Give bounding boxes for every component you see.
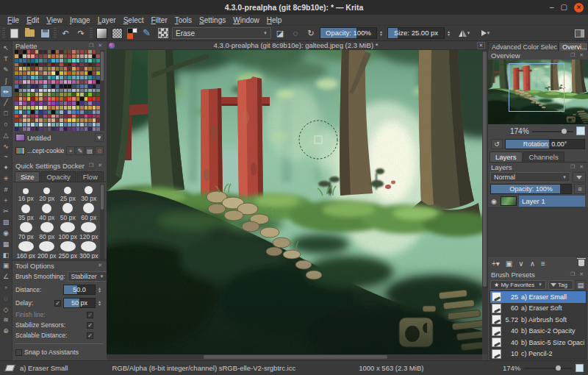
tool-polygon-select[interactable]: ◇ xyxy=(1,304,12,315)
palette-swatch[interactable] xyxy=(88,71,92,75)
palette-swatch[interactable] xyxy=(51,54,55,58)
palette-swatch[interactable] xyxy=(27,76,31,79)
palette-swatch[interactable] xyxy=(85,54,88,58)
palette-swatch[interactable] xyxy=(80,93,84,96)
palette-swatch[interactable] xyxy=(31,63,35,67)
palette-swatch[interactable] xyxy=(56,71,60,75)
menu-view[interactable]: View xyxy=(43,16,66,24)
tool-polyline[interactable]: ∿ xyxy=(1,140,12,151)
brush-size-option[interactable]: 16 px xyxy=(15,184,37,202)
palette-swatch[interactable] xyxy=(27,85,31,88)
tool-ellipse-select[interactable]: ◌ xyxy=(1,293,12,304)
palette-swatch[interactable] xyxy=(68,80,71,84)
statusbar-zoom-slider[interactable] xyxy=(524,365,572,372)
palette-swatch[interactable] xyxy=(31,80,35,84)
palette-swatch[interactable] xyxy=(27,67,31,71)
palette-swatch[interactable] xyxy=(88,106,92,110)
palette-swatch[interactable] xyxy=(31,71,35,75)
palette-swatch[interactable] xyxy=(60,118,63,122)
palette-swatch[interactable] xyxy=(23,101,26,105)
move-layer-up-button[interactable]: ∧ xyxy=(530,260,535,268)
tool-shape-select[interactable]: ↖ xyxy=(1,43,12,54)
palette-swatch[interactable] xyxy=(31,89,35,93)
palette-swatch[interactable] xyxy=(80,63,84,67)
palette-swatch[interactable] xyxy=(93,110,96,114)
palette-swatch[interactable] xyxy=(93,89,96,93)
palette-swatch[interactable] xyxy=(64,97,68,101)
palette-swatch[interactable] xyxy=(43,101,47,105)
palette-swatch[interactable] xyxy=(51,110,55,114)
tool-move[interactable]: + xyxy=(1,195,12,206)
palette-swatch[interactable] xyxy=(85,118,88,122)
palette-swatch[interactable] xyxy=(19,76,23,79)
palette-swatch[interactable] xyxy=(88,63,92,67)
brush-presets-header[interactable]: Brush Presets ❐ ✕ xyxy=(488,270,588,279)
palette-swatch[interactable] xyxy=(15,115,18,118)
palette-swatch[interactable] xyxy=(85,85,88,88)
palette-cookie-row[interactable]: ...cept-cookie + ✎ ▤ ⊘ xyxy=(12,144,107,157)
palette-swatch[interactable] xyxy=(43,85,47,88)
tab-layers[interactable]: Layers xyxy=(490,151,523,162)
palette-swatch[interactable] xyxy=(23,59,26,63)
pattern-chooser[interactable] xyxy=(110,27,123,40)
tool-polygon[interactable]: △ xyxy=(1,129,12,140)
palette-swatch[interactable] xyxy=(31,93,35,96)
palette-swatch[interactable] xyxy=(35,71,39,75)
palette-swatch[interactable] xyxy=(85,76,88,79)
palette-swatch[interactable] xyxy=(85,115,88,118)
canvas-horizontal-scrollbar[interactable] xyxy=(107,354,482,360)
palette-swatch[interactable] xyxy=(93,50,96,54)
palette-swatch[interactable] xyxy=(76,67,80,71)
size-slider[interactable]: Size: 25.00 px xyxy=(387,27,445,39)
palette-swatch[interactable] xyxy=(27,50,31,54)
layers-list-empty[interactable] xyxy=(488,207,588,256)
palette-swatch[interactable] xyxy=(88,93,92,96)
palette-swatch[interactable] xyxy=(76,118,80,122)
palette-swatch[interactable] xyxy=(48,59,51,63)
palette-swatch[interactable] xyxy=(23,76,26,79)
palette-swatch[interactable] xyxy=(56,115,60,118)
palette-swatch[interactable] xyxy=(64,93,68,96)
favorites-dropdown[interactable]: ★ My Favorites ▼ xyxy=(490,280,546,290)
palette-swatch[interactable] xyxy=(35,97,39,101)
palette-swatch[interactable] xyxy=(56,123,60,126)
palette-swatch[interactable] xyxy=(23,127,26,131)
brush-size-option[interactable]: 80 px xyxy=(37,222,58,240)
tool-fill[interactable]: ◧ xyxy=(1,249,12,260)
tool-bezier[interactable]: ~ xyxy=(1,151,12,162)
tool-enclose-fill[interactable]: ▣ xyxy=(1,260,12,271)
brush-preset-row[interactable]: 25a) Eraser Small xyxy=(490,291,586,303)
palette-swatch[interactable] xyxy=(80,101,84,105)
palette-swatch[interactable] xyxy=(48,93,51,96)
palette-swatch[interactable] xyxy=(60,115,63,118)
folder-icon[interactable]: ▤ xyxy=(85,146,94,155)
palette-swatch[interactable] xyxy=(68,54,71,58)
palette-swatch[interactable] xyxy=(56,59,60,63)
palette-swatch[interactable] xyxy=(85,106,88,110)
palette-swatch[interactable] xyxy=(64,123,68,126)
menu-tools[interactable]: Tools xyxy=(171,16,196,24)
tool-line[interactable]: ╱ xyxy=(1,97,12,108)
palette-swatch[interactable] xyxy=(51,59,55,63)
palette-swatch[interactable] xyxy=(43,110,47,114)
palette-swatch[interactable] xyxy=(23,123,26,126)
palette-swatch[interactable] xyxy=(85,97,88,101)
palette-swatch[interactable] xyxy=(93,67,96,71)
statusbar-zoom-button[interactable] xyxy=(576,364,584,372)
brush-preset-row[interactable]: 10c) Pencil-2 xyxy=(490,349,586,360)
tool-rectangle[interactable]: □ xyxy=(1,108,12,119)
palette-swatch[interactable] xyxy=(76,85,80,88)
palette-swatch[interactable] xyxy=(80,85,84,88)
palette-swatch[interactable] xyxy=(93,59,96,63)
palette-swatch[interactable] xyxy=(15,63,18,67)
palette-swatch[interactable] xyxy=(39,76,43,79)
palette-swatch[interactable] xyxy=(39,80,43,84)
reset-rotation-button[interactable]: ↺ xyxy=(491,139,503,149)
palette-swatch[interactable] xyxy=(51,123,55,126)
palette-swatch[interactable] xyxy=(19,101,23,105)
palette-swatch[interactable] xyxy=(48,63,51,67)
palette-swatch[interactable] xyxy=(39,97,43,101)
palette-swatch[interactable] xyxy=(51,85,55,88)
delay-spinner[interactable]: ▲▼ xyxy=(98,300,104,306)
palette-swatch[interactable] xyxy=(72,63,76,67)
